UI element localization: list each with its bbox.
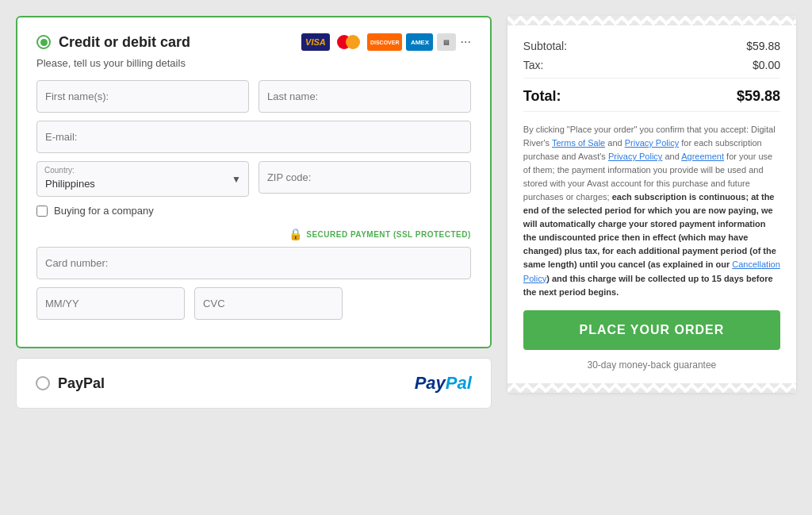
email-row <box>36 121 471 153</box>
card-number-row <box>36 247 471 279</box>
credit-card-radio[interactable] <box>36 35 51 49</box>
expiry-input[interactable] <box>36 287 185 320</box>
paypal-logo-light: Pal <box>446 373 472 393</box>
order-summary-card: Subtotal: $59.88 Tax: $0.00 Total: $59.8… <box>508 16 796 393</box>
legal-and2: and <box>662 152 681 161</box>
discover-icon: DISCOVER <box>367 33 403 51</box>
cvc-field <box>194 287 343 320</box>
visa-icon: VISA <box>301 33 330 51</box>
card-details-row <box>36 287 471 320</box>
legal-text: By clicking "Place your order" you confi… <box>523 111 780 299</box>
ssl-text: SECURED PAYMENT (SSL PROTECTED) <box>306 230 471 239</box>
country-field: Country: Philippines United States Unite… <box>36 161 249 197</box>
tax-value: $0.00 <box>753 59 780 71</box>
receipt-body: Subtotal: $59.88 Tax: $0.00 Total: $59.8… <box>508 25 796 383</box>
subtotal-row: Subtotal: $59.88 <box>523 40 780 52</box>
credit-card-section: Credit or debit card VISA DISCOVER AMEX … <box>16 16 492 348</box>
country-zip-row: Country: Philippines United States Unite… <box>36 161 471 197</box>
paypal-radio[interactable] <box>36 376 50 390</box>
company-label[interactable]: Buying for a company <box>54 205 154 217</box>
guarantee-text: 30-day money-back guarantee <box>523 359 780 371</box>
paypal-logo: PayPal <box>415 373 472 394</box>
lock-icon: 🔒 <box>289 228 302 240</box>
paypal-logo-blue: Pay <box>415 373 446 393</box>
company-checkbox[interactable] <box>36 206 48 217</box>
email-field <box>36 121 471 153</box>
subtotal-label: Subtotal: <box>523 40 567 52</box>
credit-card-title: Credit or debit card <box>59 34 190 51</box>
zip-field <box>259 161 471 197</box>
legal-text-part4: ) and this charge will be collected up t… <box>523 274 773 297</box>
left-panel: Credit or debit card VISA DISCOVER AMEX … <box>16 16 492 409</box>
company-checkbox-row: Buying for a company <box>36 205 471 217</box>
country-label: Country: <box>44 166 75 175</box>
last-name-field <box>259 80 471 113</box>
agreement-link[interactable]: Agreement <box>681 152 724 161</box>
section-header-left: Credit or debit card <box>36 34 190 51</box>
billing-subtitle: Please, tell us your billing details <box>36 57 471 69</box>
card-logos: VISA DISCOVER AMEX ▤ ··· <box>301 33 471 51</box>
privacy-policy-link-1[interactable]: Privacy Policy <box>625 138 679 148</box>
page-container: Credit or debit card VISA DISCOVER AMEX … <box>16 16 796 409</box>
first-name-field <box>36 80 249 113</box>
terms-of-sale-link[interactable]: Terms of Sale <box>552 138 605 148</box>
generic-card-icon: ▤ <box>437 33 456 51</box>
place-order-button[interactable]: PLACE YOUR ORDER <box>523 310 780 350</box>
more-cards-icon: ··· <box>460 36 470 48</box>
receipt-bottom-edge <box>508 383 796 393</box>
paypal-title: PayPal <box>58 375 105 392</box>
ssl-row: 🔒 SECURED PAYMENT (SSL PROTECTED) <box>36 228 471 240</box>
tax-label: Tax: <box>523 59 544 71</box>
summary-divider <box>523 78 780 79</box>
mastercard-icon <box>334 33 363 51</box>
spacer <box>352 287 471 320</box>
total-value: $59.88 <box>737 88 780 105</box>
legal-and1: and <box>605 138 624 148</box>
section-header: Credit or debit card VISA DISCOVER AMEX … <box>36 33 471 51</box>
name-row <box>36 80 471 113</box>
paypal-section: PayPal PayPal <box>16 358 492 409</box>
zip-input[interactable] <box>259 161 471 194</box>
right-panel: Subtotal: $59.88 Tax: $0.00 Total: $59.8… <box>508 16 796 409</box>
last-name-input[interactable] <box>259 80 471 113</box>
paypal-left: PayPal <box>36 375 105 392</box>
privacy-policy-link-2[interactable]: Privacy Policy <box>608 152 662 161</box>
email-input[interactable] <box>36 121 471 153</box>
legal-bold-text: each subscription is continuous; at the … <box>523 192 776 269</box>
cvc-input[interactable] <box>194 287 343 320</box>
expiry-field <box>36 287 185 320</box>
tax-row: Tax: $0.00 <box>523 59 780 71</box>
subtotal-value: $59.88 <box>746 40 780 52</box>
first-name-input[interactable] <box>36 80 249 113</box>
receipt-top-edge <box>508 16 796 25</box>
total-label: Total: <box>523 88 561 105</box>
amex-icon: AMEX <box>406 33 433 51</box>
total-row: Total: $59.88 <box>523 83 780 105</box>
card-number-input[interactable] <box>36 247 471 279</box>
card-number-field <box>36 247 471 279</box>
